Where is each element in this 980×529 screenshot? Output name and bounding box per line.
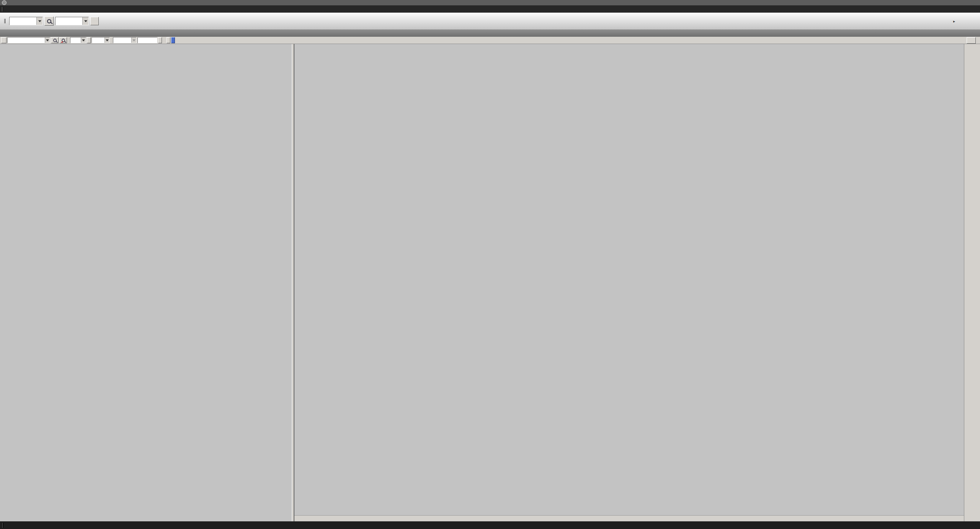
left-chart-header (0, 44, 292, 51)
quick-search-combo[interactable] (55, 17, 89, 25)
symbol-combo[interactable] (7, 37, 50, 43)
tick-button[interactable] (87, 37, 91, 43)
upload-button[interactable] (171, 37, 175, 43)
add-screen-button[interactable] (90, 17, 99, 25)
bottom-task-bar (0, 521, 980, 529)
menu-bar (0, 5, 980, 13)
chevron-down-icon[interactable] (81, 38, 86, 43)
bar-count-input[interactable] (137, 37, 157, 43)
symbol-search-button[interactable] (51, 37, 59, 43)
application-window: ▸ (0, 0, 980, 529)
app-logo (2, 0, 7, 5)
toolbar-grip[interactable] (4, 19, 5, 23)
minute-combo[interactable] (70, 37, 86, 43)
right-chart-header (294, 44, 964, 51)
search-favorite-icon (62, 39, 65, 42)
individual-button[interactable] (167, 37, 170, 43)
expand-toolbar-icon[interactable]: ▸ (953, 19, 955, 23)
chart-tab-bar (0, 30, 980, 37)
chevron-down-icon[interactable] (82, 17, 88, 25)
search-icon (53, 39, 57, 42)
toolbar-grip[interactable] (2, 523, 3, 528)
chart-scrollbar-row (294, 515, 964, 521)
drawing-tool-panel (964, 44, 980, 521)
bar-unit-button[interactable] (158, 37, 162, 43)
chart-toolbar (0, 37, 980, 44)
screen-number-combo[interactable] (9, 17, 43, 25)
search-button[interactable] (44, 16, 54, 26)
right-chart-panel (294, 44, 964, 521)
chevron-down-icon[interactable] (105, 38, 109, 43)
count-combo (113, 37, 137, 43)
left-chart-panel (0, 44, 292, 521)
chevron-down-icon[interactable] (36, 17, 42, 25)
main-toolbar: ▸ (0, 13, 980, 30)
search-icon (47, 19, 51, 23)
auto-refresh-button[interactable] (967, 37, 976, 44)
tick-combo[interactable] (91, 37, 110, 43)
scroll-left-icon[interactable] (1, 37, 7, 43)
symbol-favorite-button[interactable] (59, 37, 67, 43)
toolbar-grip[interactable] (2, 7, 3, 11)
logo-g-icon (2, 0, 7, 5)
chevron-down-icon[interactable] (45, 38, 50, 43)
chevron-down-icon (131, 38, 136, 43)
title-bar (0, 0, 980, 5)
chart-area (0, 44, 980, 521)
